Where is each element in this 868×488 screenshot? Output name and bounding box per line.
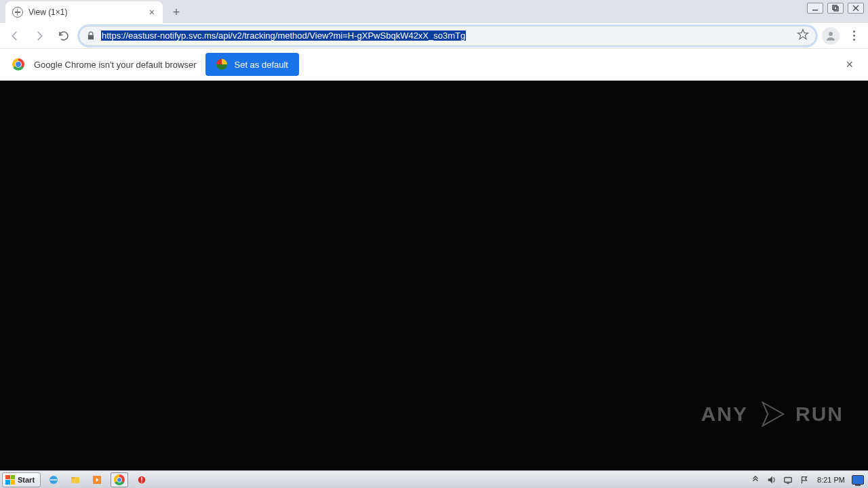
taskbar-media-icon[interactable] — [89, 472, 105, 487]
chrome-window: View (1×1) × + https://eastusr-notifyp.s… — [0, 0, 868, 488]
url-text: https://eastusr-notifyp.svc.ms/api/v2/tr… — [101, 30, 791, 41]
address-bar[interactable]: https://eastusr-notifyp.svc.ms/api/v2/tr… — [79, 26, 816, 46]
page-viewport: ANY RUN — [0, 81, 868, 470]
windows-taskbar: Start 8:21 PM — [0, 470, 868, 488]
svg-rect-2 — [834, 7, 838, 11]
system-tray: 8:21 PM — [749, 474, 868, 486]
tab-title: View (1×1) — [28, 7, 142, 17]
tab-strip: View (1×1) × + — [0, 0, 868, 23]
svg-marker-16 — [768, 476, 772, 483]
watermark-left: ANY — [701, 403, 748, 426]
svg-rect-17 — [785, 477, 792, 482]
tray-monitor-icon[interactable] — [852, 475, 864, 485]
tray-network-icon[interactable] — [782, 474, 794, 486]
tray-expand-icon[interactable] — [749, 474, 762, 486]
anyrun-watermark: ANY RUN — [701, 399, 844, 430]
svg-rect-1 — [833, 5, 837, 9]
browser-toolbar: https://eastusr-notifyp.svc.ms/api/v2/tr… — [0, 23, 868, 49]
svg-point-6 — [829, 32, 833, 36]
window-close-button[interactable] — [848, 3, 864, 14]
minimize-button[interactable] — [807, 3, 823, 14]
browser-tab[interactable]: View (1×1) × — [5, 1, 163, 23]
windows-logo-icon — [5, 475, 15, 485]
shield-icon — [216, 59, 227, 70]
forward-button[interactable] — [30, 26, 49, 45]
set-default-label: Set as default — [234, 60, 288, 70]
taskbar-explorer-icon[interactable] — [67, 472, 83, 487]
tray-clock[interactable]: 8:21 PM — [814, 476, 848, 484]
taskbar-ie-icon[interactable] — [45, 472, 62, 487]
chrome-logo-icon — [12, 58, 24, 70]
tray-flag-icon[interactable] — [798, 474, 810, 486]
tray-volume-icon[interactable] — [766, 474, 778, 486]
globe-icon — [12, 7, 23, 18]
window-controls — [807, 3, 864, 14]
lock-icon — [86, 31, 96, 41]
new-tab-button[interactable]: + — [167, 3, 186, 22]
close-tab-icon[interactable]: × — [148, 5, 156, 19]
back-button[interactable] — [5, 26, 24, 45]
infobar-message: Google Chrome isn't your default browser — [34, 60, 196, 70]
svg-rect-15 — [141, 481, 142, 482]
play-icon — [756, 399, 787, 430]
bookmark-star-icon[interactable] — [797, 28, 809, 43]
start-button[interactable]: Start — [2, 472, 41, 487]
svg-rect-14 — [141, 477, 142, 481]
svg-marker-5 — [798, 30, 808, 39]
chrome-menu-button[interactable] — [845, 27, 863, 45]
taskbar-chrome-icon[interactable] — [111, 472, 128, 487]
chrome-logo-icon — [114, 474, 125, 485]
watermark-right: RUN — [795, 403, 844, 426]
start-label: Start — [18, 476, 35, 484]
maximize-button[interactable] — [827, 3, 844, 14]
set-default-button[interactable]: Set as default — [205, 53, 299, 76]
reload-button[interactable] — [54, 26, 73, 45]
default-browser-infobar: Google Chrome isn't your default browser… — [0, 49, 868, 81]
svg-rect-10 — [71, 477, 75, 479]
taskbar-shield-icon[interactable] — [134, 472, 150, 487]
profile-button[interactable] — [822, 27, 840, 45]
svg-marker-7 — [763, 403, 784, 426]
infobar-close-icon[interactable]: × — [843, 55, 856, 75]
